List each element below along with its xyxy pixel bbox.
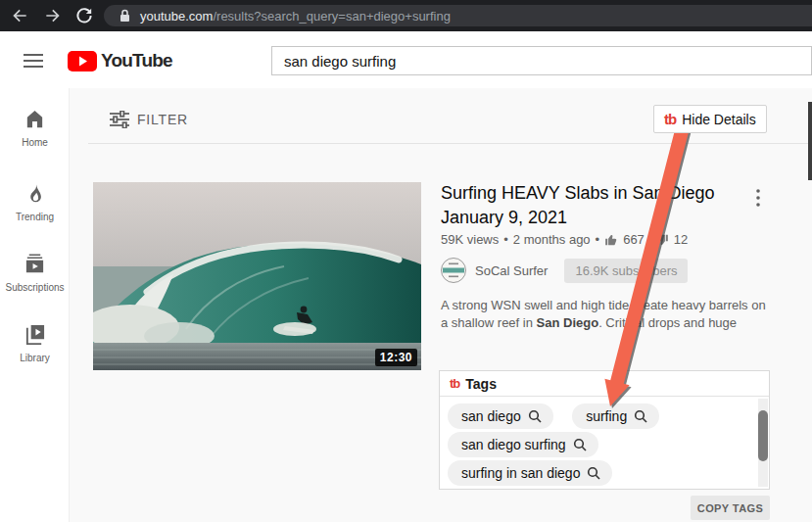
video-thumbnail[interactable]: 12:30 <box>93 182 421 370</box>
thumbs-down-icon <box>655 233 669 247</box>
youtube-logo[interactable]: YouTube <box>68 50 172 71</box>
library-icon <box>24 323 46 346</box>
divider <box>88 143 812 144</box>
youtube-logo-text: YouTube <box>101 50 172 71</box>
search-input[interactable] <box>271 46 812 75</box>
video-title[interactable]: Surfing HEAVY Slabs in San Diego January… <box>441 181 746 230</box>
upload-age: 2 months ago <box>513 232 591 247</box>
search-tag-icon <box>634 409 647 423</box>
filter-icon <box>110 111 129 128</box>
like-count: 667 <box>623 232 645 247</box>
browser-bar: youtube.com/results?search_query=san+die… <box>0 0 812 31</box>
tubebuddy-icon: tb <box>664 111 676 127</box>
filter-label: FILTER <box>137 112 188 127</box>
copy-tags-button[interactable]: COPY TAGS <box>691 496 770 520</box>
surf-thumbnail-art <box>93 182 421 370</box>
sidebar-item-library[interactable]: Library <box>0 323 70 363</box>
search-tag-icon <box>528 409 542 423</box>
thumbs-up-icon <box>604 233 618 247</box>
lock-icon <box>119 9 130 23</box>
sidebar-item-trending[interactable]: Trending <box>0 182 70 222</box>
tags-scrollbar-thumb[interactable] <box>758 410 768 461</box>
view-count: 59K views <box>441 232 499 247</box>
page-scrollbar-thumb[interactable] <box>808 102 812 180</box>
youtube-play-icon <box>68 51 97 71</box>
home-icon <box>24 108 46 130</box>
youtube-header: YouTube <box>0 31 812 88</box>
kebab-menu-icon[interactable] <box>749 188 767 208</box>
tags-panel-title: Tags <box>465 376 497 392</box>
channel-avatar[interactable] <box>441 258 466 283</box>
tags-scrollbar[interactable] <box>758 399 768 487</box>
subscriber-badge: 16.9K subscribers <box>564 259 688 283</box>
forward-icon[interactable] <box>43 6 63 25</box>
menu-icon[interactable] <box>24 54 43 68</box>
search-tag-icon <box>573 438 587 451</box>
channel-name[interactable]: SoCal Surfer <box>475 263 548 278</box>
dislike-count: 12 <box>674 232 688 247</box>
refresh-icon[interactable] <box>74 6 94 25</box>
duration-badge: 12:30 <box>375 349 417 366</box>
flame-icon <box>24 182 46 205</box>
tubebuddy-icon: tb <box>450 376 459 391</box>
tag-pill[interactable]: san diego <box>448 403 553 429</box>
sidebar-item-subscriptions[interactable]: Subscriptions <box>0 253 70 293</box>
channel-row: SoCal Surfer 16.9K subscribers <box>441 258 688 283</box>
tags-panel-header: tb Tags <box>440 371 769 397</box>
hide-details-label: Hide Details <box>682 112 755 127</box>
url-text: youtube.com/results?search_query=san+die… <box>140 9 451 24</box>
search-tag-icon <box>587 466 600 480</box>
sidebar-item-home[interactable]: Home <box>0 108 70 148</box>
tags-list: san diego surfing san diego surfing surf… <box>440 397 769 489</box>
tubebuddy-tags-panel: tb Tags san diego surfing san diego surf… <box>439 370 770 490</box>
video-description: A strong WSN swell and high tide create … <box>441 297 774 332</box>
sidebar: Home Trending Subscriptions Library <box>0 88 70 522</box>
filter-button[interactable]: FILTER <box>110 111 188 128</box>
back-icon[interactable] <box>10 6 29 25</box>
tag-pill[interactable]: san diego surfing <box>448 432 598 457</box>
video-meta: 59K views • 2 months ago • 667 12 <box>441 232 688 247</box>
tag-pill[interactable]: surfing in san diego <box>448 460 612 486</box>
tag-pill[interactable]: surfing <box>572 403 659 429</box>
hide-details-button[interactable]: tb Hide Details <box>653 105 767 133</box>
address-bar[interactable]: youtube.com/results?search_query=san+die… <box>104 5 812 26</box>
subscriptions-icon <box>24 253 46 275</box>
